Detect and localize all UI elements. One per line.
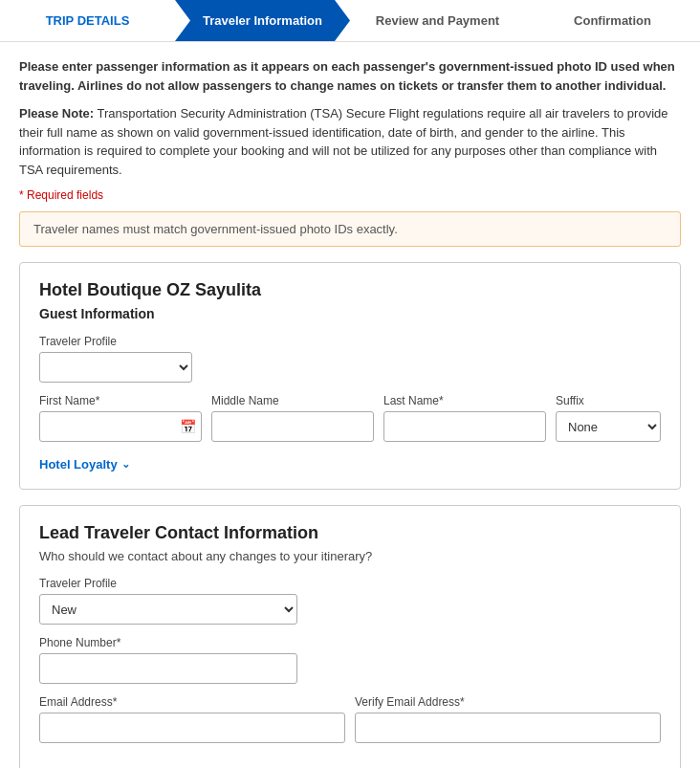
step-confirmation[interactable]: Confirmation xyxy=(525,0,700,41)
alert-banner: Traveler names must match government-iss… xyxy=(19,211,681,247)
phone-label: Phone Number* xyxy=(39,636,297,649)
contact-traveler-profile-label: Traveler Profile xyxy=(39,577,661,590)
tsa-note-prefix: Please Note: xyxy=(19,106,94,121)
verify-email-input[interactable] xyxy=(355,713,661,743)
progress-bar: TRIP DETAILS Traveler Information Review… xyxy=(0,0,700,42)
hotel-loyalty-row: Hotel Loyalty ⌄ xyxy=(39,453,661,472)
step-trip-details-label: TRIP DETAILS xyxy=(46,13,130,28)
email-label: Email Address* xyxy=(39,695,345,709)
tsa-note-body: Transportation Security Administration (… xyxy=(19,106,668,177)
step-traveler-info[interactable]: Traveler Information xyxy=(175,0,350,41)
hotel-title: Hotel Boutique OZ Sayulita xyxy=(39,280,661,300)
verify-email-label: Verify Email Address* xyxy=(355,695,661,709)
hotel-loyalty-link[interactable]: Hotel Loyalty ⌄ xyxy=(39,457,130,472)
hotel-traveler-profile-select[interactable] xyxy=(39,352,192,383)
email-input[interactable] xyxy=(39,713,345,743)
traveler-profile-label: Traveler Profile xyxy=(39,335,661,348)
step-confirmation-label: Confirmation xyxy=(574,13,651,28)
middle-name-input[interactable] xyxy=(211,411,374,442)
contact-description: Who should we contact about any changes … xyxy=(39,549,661,563)
loyalty-chevron-icon: ⌄ xyxy=(121,458,130,471)
email-fields-row: Email Address* Verify Email Address* xyxy=(39,695,661,743)
last-name-label: Last Name* xyxy=(383,394,546,407)
hotel-card: Hotel Boutique OZ Sayulita Guest Informa… xyxy=(19,262,681,490)
verify-email-col: Verify Email Address* xyxy=(355,695,661,743)
contact-card: Lead Traveler Contact Information Who sh… xyxy=(19,505,681,768)
hotel-subtitle: Guest Information xyxy=(39,306,661,321)
first-name-label: First Name* xyxy=(39,394,202,407)
contact-title: Lead Traveler Contact Information xyxy=(39,523,661,543)
phone-input[interactable] xyxy=(39,653,297,684)
middle-name-label: Middle Name xyxy=(211,394,374,407)
contact-traveler-profile-select[interactable]: New xyxy=(39,594,297,625)
step-review-payment-label: Review and Payment xyxy=(376,13,499,28)
step-traveler-info-label: Traveler Information xyxy=(203,13,322,28)
last-name-input[interactable] xyxy=(383,411,546,442)
email-col: Email Address* xyxy=(39,695,345,743)
suffix-col: Suffix None Jr. Sr. II III IV xyxy=(556,394,661,442)
suffix-select[interactable]: None Jr. Sr. II III IV xyxy=(556,411,661,442)
required-fields-note: * Required fields xyxy=(19,188,681,202)
name-fields-row: First Name* 📅 Middle Name Last Name* Suf… xyxy=(39,394,661,442)
first-name-input[interactable] xyxy=(39,411,202,442)
step-review-payment[interactable]: Review and Payment xyxy=(350,0,525,41)
page-content: Please enter passenger information as it… xyxy=(0,42,700,768)
hotel-loyalty-label: Hotel Loyalty xyxy=(39,457,118,472)
step-trip-details[interactable]: TRIP DETAILS xyxy=(0,0,175,41)
first-name-wrapper: 📅 xyxy=(39,411,202,442)
alert-text: Traveler names must match government-iss… xyxy=(33,222,398,236)
tsa-notice: Please Note: Transportation Security Adm… xyxy=(19,104,681,179)
suffix-label: Suffix xyxy=(556,394,661,407)
passenger-info-notice: Please enter passenger information as it… xyxy=(19,57,681,95)
